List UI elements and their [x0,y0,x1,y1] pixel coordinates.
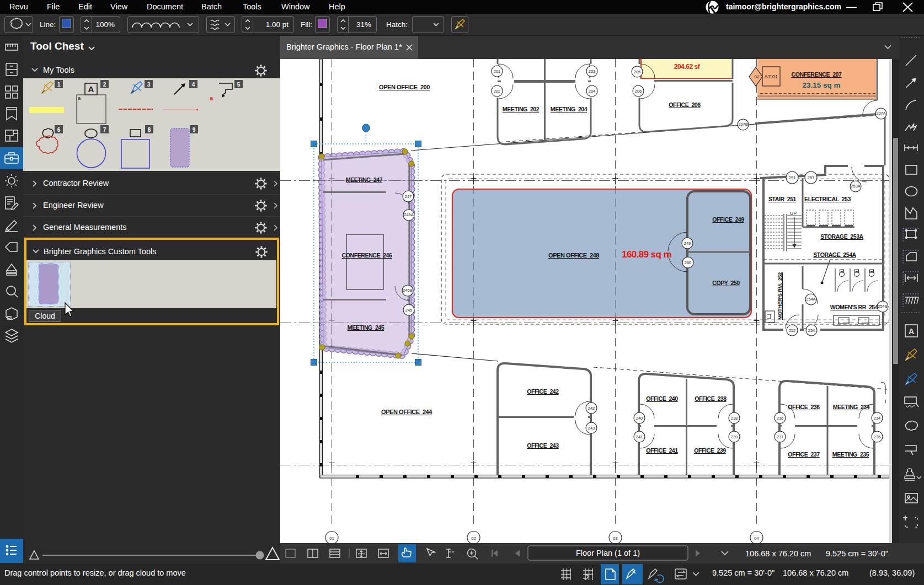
svg-text:01: 01 [329,536,334,541]
svg-text:OPEN OFFICE 248: OPEN OFFICE 248 [548,252,599,259]
svg-text:254A: 254A [806,297,816,302]
svg-text:204: 204 [589,89,596,94]
svg-text:MEETING 235: MEETING 235 [832,451,869,458]
svg-text:02: 02 [755,74,760,79]
svg-text:OPEN OFFICE 244: OPEN OFFICE 244 [381,409,432,415]
svg-text:OFFICE 239: OFFICE 239 [694,447,726,454]
svg-text:OPEN OFFICE 200: OPEN OFFICE 200 [379,84,430,90]
svg-text:8: 8 [148,127,151,133]
svg-text:MEETING 234: MEETING 234 [833,404,870,410]
svg-text:OFFICE 241: OFFICE 241 [646,447,678,454]
svg-text:OFFICE 242: OFFICE 242 [527,388,559,395]
svg-text:205: 205 [634,69,641,74]
svg-text:9: 9 [193,127,196,133]
svg-text:OFFICE 236: OFFICE 236 [788,404,820,410]
svg-text:A: A [88,84,94,94]
svg-text:OFFICE 238: OFFICE 238 [695,395,727,402]
svg-text:03: 03 [613,536,617,541]
svg-text:MOTHER'S RM. 252: MOTHER'S RM. 252 [777,272,783,320]
svg-text:CONFERENCE 246: CONFERENCE 246 [342,252,393,259]
svg-text:207A: 207A [876,111,886,116]
svg-text:204.62 sf: 204.62 sf [674,63,701,71]
svg-text:a: a [78,95,81,101]
svg-text:236: 236 [777,416,784,421]
svg-text:207B: 207B [738,122,748,127]
svg-text:254B: 254B [878,304,888,309]
svg-text:CONFERENCE 207: CONFERENCE 207 [792,71,842,78]
svg-text:STORAGE 253A: STORAGE 253A [820,233,863,240]
svg-text:245: 245 [405,308,413,313]
svg-text:02: 02 [471,536,476,541]
svg-text:243: 243 [588,426,595,431]
svg-text:203: 203 [589,69,596,74]
svg-text:234: 234 [874,416,881,421]
svg-text:OFFICE 243: OFFICE 243 [527,442,559,449]
svg-text:249: 249 [684,241,691,246]
svg-text:253A: 253A [851,184,861,189]
svg-text:MEETING 245: MEETING 245 [348,324,384,331]
svg-text:2: 2 [103,82,106,88]
svg-text:106.68 x 76.20 cm: 106.68 x 76.20 cm [745,549,811,558]
svg-text:9.525 cm = 30'-0": 9.525 cm = 30'-0" [826,549,888,558]
svg-text:UP: UP [790,211,797,216]
svg-text:OFFICE 206: OFFICE 206 [669,101,701,108]
svg-text:STAIR 251: STAIR 251 [768,196,797,202]
svg-text:COPY 250: COPY 250 [712,280,740,286]
svg-text:201: 201 [494,69,501,74]
svg-text:OFFICE 237: OFFICE 237 [788,451,820,458]
svg-text:23.15 sq m: 23.15 sq m [802,81,840,89]
svg-text:242: 242 [588,406,595,411]
svg-text:MEETING 204: MEETING 204 [551,106,587,112]
svg-text:239: 239 [731,434,738,439]
svg-text:WOMEN'S RR 254: WOMEN'S RR 254 [830,304,878,310]
svg-text:246B: 246B [403,288,413,293]
svg-text:3: 3 [147,82,151,88]
svg-text:160.89 sq m: 160.89 sq m [622,249,671,260]
svg-text:237: 237 [777,434,784,439]
svg-text:Floor Plan (1 of 1): Floor Plan (1 of 1) [576,549,640,557]
svg-text:5: 5 [237,82,241,88]
svg-text:251: 251 [789,175,796,180]
svg-text:247: 247 [405,194,412,199]
svg-text:ELECTRICAL 253: ELECTRICAL 253 [804,196,851,202]
svg-text:240: 240 [636,416,643,421]
svg-text:6: 6 [57,127,61,133]
svg-text:MEETING 202: MEETING 202 [503,106,540,112]
svg-text:252: 252 [789,328,796,333]
svg-text:04: 04 [754,536,759,541]
svg-text:202: 202 [494,89,501,94]
svg-text:OFFICE 249: OFFICE 249 [712,216,744,223]
svg-text:7: 7 [103,127,106,133]
svg-text:4: 4 [192,82,195,88]
svg-text:A7.01: A7.01 [765,73,778,79]
svg-text:246A: 246A [404,212,414,217]
svg-text:1: 1 [57,82,61,88]
svg-text:250: 250 [685,260,692,265]
svg-text:STORAGE 254A: STORAGE 254A [813,251,856,258]
svg-text:a: a [210,95,213,101]
svg-text:MEETING 247: MEETING 247 [346,176,383,183]
svg-text:253: 253 [808,175,815,180]
svg-text:235: 235 [874,434,881,439]
svg-text:254: 254 [808,328,815,333]
svg-text:238: 238 [731,416,738,421]
svg-text:OFFICE 240: OFFICE 240 [646,395,678,402]
svg-text:241: 241 [636,434,643,439]
svg-text:206: 206 [635,89,642,94]
svg-text:A: A [909,327,914,336]
